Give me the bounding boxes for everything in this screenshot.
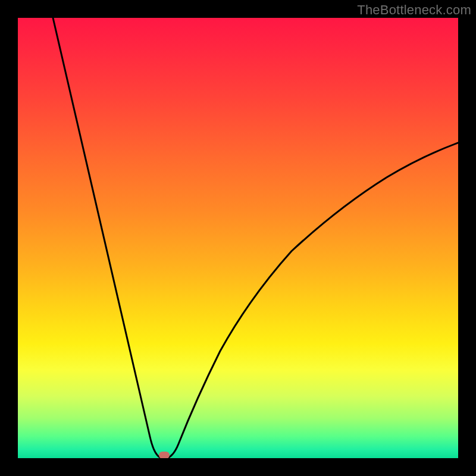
optimum-marker [159,452,170,458]
chart-curve-svg [18,18,458,458]
chart-frame: TheBottleneck.com [0,0,476,476]
bottleneck-curve [53,18,458,458]
watermark-text: TheBottleneck.com [357,2,471,18]
